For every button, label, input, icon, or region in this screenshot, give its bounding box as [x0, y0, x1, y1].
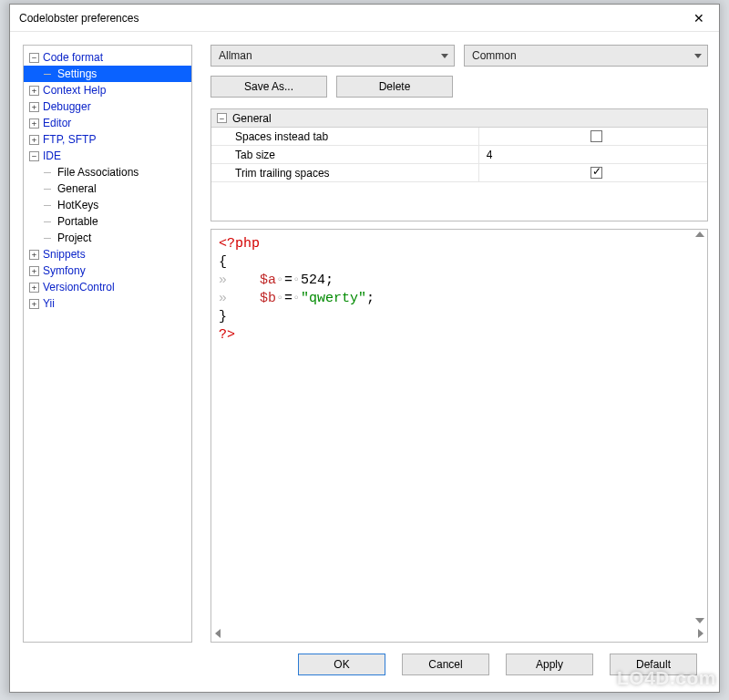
delete-button[interactable]: Delete [336, 76, 453, 98]
categories-tree[interactable]: −Code formatSettings+Context Help+Debugg… [23, 45, 192, 643]
tree-item-label: Context Help [43, 84, 106, 97]
tree-item[interactable]: +Editor [24, 115, 191, 131]
tree-item[interactable]: +Symfony [24, 262, 191, 279]
plus-icon: + [29, 86, 39, 96]
apply-button[interactable]: Apply [506, 654, 593, 675]
plus-icon: + [29, 299, 39, 309]
window-title: Codelobster preferences [19, 12, 679, 25]
tree-item-label: IDE [43, 149, 61, 162]
code-preview-text: <?php { » $a◦=◦524; » $b◦=◦"qwerty"; } ?… [211, 230, 707, 642]
chevron-down-icon [441, 54, 448, 58]
checkbox[interactable] [590, 167, 602, 179]
tree-item[interactable]: Settings [24, 66, 191, 82]
grid-value [479, 164, 707, 181]
grid-row: Spaces instead tab [211, 128, 707, 146]
tree-item[interactable]: +Snippets [24, 246, 191, 262]
minus-icon: − [217, 113, 227, 123]
grid-key: Trim trailing spaces [211, 164, 479, 181]
close-icon: ✕ [693, 11, 704, 26]
titlebar: Codelobster preferences ✕ [10, 5, 719, 32]
code-preview: <?php { » $a◦=◦524; » $b◦=◦"qwerty"; } ?… [210, 229, 708, 643]
style-combo-value: Allman [219, 49, 252, 62]
checkbox[interactable] [590, 130, 602, 142]
tree-item[interactable]: +Context Help [24, 82, 191, 98]
tree-item-label: Portable [57, 215, 98, 228]
tree-item[interactable]: +Yii [24, 295, 191, 312]
cancel-button[interactable]: Cancel [402, 654, 489, 675]
plus-icon: + [29, 283, 39, 293]
minus-icon: − [29, 53, 39, 63]
tree-item[interactable]: +FTP, SFTP [24, 131, 191, 148]
ok-button[interactable]: OK [298, 654, 385, 675]
scope-combo-value: Common [472, 49, 517, 62]
tree-item-label: VersionControl [43, 281, 115, 293]
tree-item[interactable]: HotKeys [24, 197, 191, 213]
tree-item-label: Snippets [43, 248, 86, 261]
tree-item-label: Yii [43, 297, 55, 310]
horizontal-scrollbar[interactable] [211, 625, 707, 642]
options-grid: − General Spaces instead tabTab size4Tri… [210, 108, 708, 221]
dialog-footer: OK Cancel Apply Default [10, 643, 719, 692]
grid-row: Trim trailing spaces [211, 164, 707, 182]
tree-branch-icon [44, 168, 54, 178]
tree-item-label: Symfony [43, 264, 86, 277]
minus-icon: − [29, 151, 39, 161]
tree-item-label: Settings [57, 67, 97, 80]
tree-item-label: General [57, 182, 97, 195]
scroll-down-icon [695, 618, 704, 623]
tree-item-label: FTP, SFTP [43, 133, 96, 146]
tree-item[interactable]: File Associations [24, 164, 191, 180]
plus-icon: + [29, 250, 39, 260]
grid-key: Spaces instead tab [211, 128, 479, 145]
vertical-scrollbar[interactable] [693, 230, 707, 625]
grid-value[interactable]: 4 [479, 146, 707, 163]
plus-icon: + [29, 266, 39, 276]
tree-branch-icon [44, 69, 54, 79]
tree-item[interactable]: +VersionControl [24, 279, 191, 295]
tree-item[interactable]: −IDE [24, 148, 191, 164]
tree-item[interactable]: +Debugger [24, 98, 191, 115]
tree-item-label: Code format [43, 51, 103, 64]
chevron-down-icon [694, 54, 702, 58]
close-button[interactable]: ✕ [679, 5, 719, 31]
tree-item[interactable]: Project [24, 230, 191, 246]
tree-item[interactable]: −Code format [24, 49, 191, 66]
scroll-right-icon [698, 629, 703, 638]
tree-item-label: HotKeys [57, 199, 98, 211]
default-button[interactable]: Default [610, 654, 697, 675]
tree-item-label: File Associations [57, 166, 139, 179]
tree-branch-icon [44, 233, 54, 243]
tree-branch-icon [44, 201, 54, 211]
tree-item[interactable]: General [24, 180, 191, 197]
settings-panel: Allman Common Save As... Delete − [210, 45, 708, 643]
scope-combo[interactable]: Common [464, 45, 708, 67]
scroll-left-icon [215, 629, 221, 638]
tree-branch-icon [44, 184, 54, 194]
style-combo[interactable]: Allman [210, 45, 455, 67]
grid-row: Tab size4 [211, 146, 707, 164]
tree-item[interactable]: Portable [24, 213, 191, 230]
scroll-up-icon [695, 232, 704, 237]
tree-item-label: Debugger [43, 100, 91, 113]
grid-key: Tab size [211, 146, 479, 163]
plus-icon: + [29, 118, 39, 129]
tree-item-label: Editor [43, 117, 71, 129]
tree-branch-icon [44, 217, 54, 227]
plus-icon: + [29, 135, 39, 145]
preferences-dialog: Codelobster preferences ✕ −Code formatSe… [9, 4, 720, 693]
save-as-button[interactable]: Save As... [210, 76, 327, 98]
grid-section-header[interactable]: − General [211, 109, 707, 128]
grid-value [479, 128, 707, 145]
grid-section-label: General [232, 112, 272, 125]
plus-icon: + [29, 102, 39, 112]
tree-item-label: Project [57, 232, 91, 244]
